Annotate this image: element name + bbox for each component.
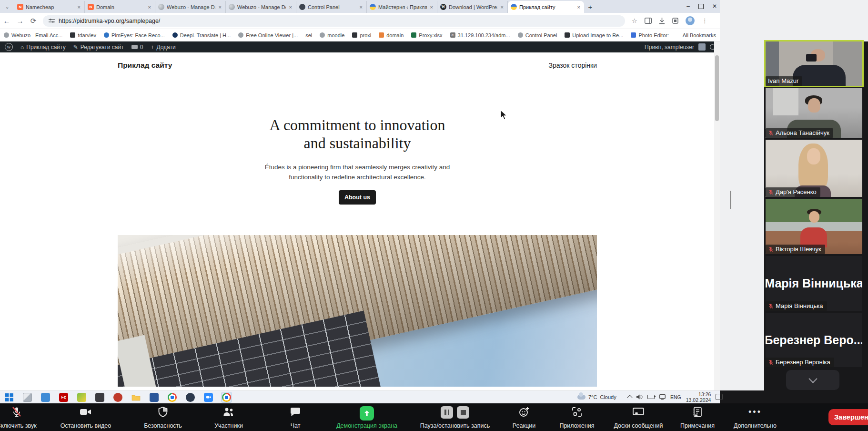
about-us-button[interactable]: About us [339, 190, 376, 205]
bookmark-item[interactable]: PimEyes: Face Reco... [104, 32, 165, 38]
tab-close-icon[interactable]: × [147, 4, 152, 10]
tab-close-icon[interactable]: × [429, 4, 434, 10]
tab-close-icon[interactable]: × [500, 4, 505, 10]
language-indicator[interactable]: ENG [670, 394, 681, 400]
bookmark-item[interactable]: proxi [352, 32, 371, 38]
minimize-button[interactable]: – [686, 3, 690, 10]
tab-close-icon[interactable]: × [576, 4, 581, 10]
panel-collapse-button[interactable] [786, 370, 839, 390]
wp-user-avatar[interactable] [698, 43, 706, 51]
security-button[interactable]: Безопасность [129, 406, 197, 429]
bookmark-item[interactable]: Photo Editor: [631, 32, 669, 38]
extensions-icon[interactable] [672, 18, 678, 24]
bookmark-item[interactable]: DeepL Translate | H... [172, 32, 231, 38]
maximize-button[interactable] [698, 4, 704, 9]
task-view-icon[interactable] [22, 392, 33, 403]
tab-close-icon[interactable]: × [288, 4, 293, 10]
chrome-icon[interactable] [167, 392, 178, 403]
panel-resize-handle[interactable] [730, 191, 731, 209]
tab-sample-site-active[interactable]: Приклад сайту × [508, 1, 584, 13]
media-app-icon[interactable] [185, 392, 196, 403]
berry-app-icon[interactable] [112, 392, 123, 403]
url-text[interactable]: https://pidtrumka-vpo.org/samplepage/ [59, 18, 160, 24]
close-button[interactable]: ✕ [712, 3, 717, 10]
forward-icon[interactable]: → [13, 17, 27, 25]
notifications-icon[interactable] [716, 394, 723, 400]
nav-link-sample-page[interactable]: Зразок сторінки [548, 62, 597, 69]
bookmark-item[interactable]: Webuzo - Email Acc... [4, 32, 62, 38]
wp-user-greeting[interactable]: Привіт, sampleuser [645, 44, 694, 51]
participant-tile-ivan[interactable]: Ivan Mazur [766, 41, 862, 86]
bookmark-item[interactable]: moodle [320, 32, 344, 38]
wp-logo-menu[interactable]: W [5, 43, 13, 51]
volume-icon[interactable] [636, 394, 643, 400]
taskbar-clock[interactable]: 13:26 13.02.2024 [686, 391, 711, 403]
tab-maisternia[interactable]: Майстерня ‹ Приклад са × [367, 1, 437, 13]
apps-button[interactable]: Приложения [547, 406, 607, 429]
new-tab-button[interactable]: + [584, 1, 596, 13]
tab-close-icon[interactable]: × [218, 4, 222, 10]
wp-edit-site[interactable]: ✎Редагувати сайт [73, 44, 124, 51]
stop-video-button[interactable]: Остановить видео [48, 406, 124, 429]
bookmark-item[interactable]: domain [379, 32, 404, 38]
tray-chevron-icon[interactable] [627, 395, 632, 400]
zoom-app-icon[interactable] [203, 392, 214, 403]
battery-icon[interactable] [647, 395, 655, 399]
page-scrollbar-thumb[interactable] [715, 55, 719, 121]
bookmark-item[interactable]: Free Online Viewer |... [238, 32, 298, 38]
office-app-icon[interactable] [149, 392, 160, 403]
bookmark-item[interactable]: K31.129.100.234/adm... [450, 32, 510, 38]
tab-domain[interactable]: N Domain × [85, 1, 155, 13]
whiteboards-button[interactable]: Доски сообщений [606, 406, 671, 429]
wp-site-menu[interactable]: ⌂Приклад сайту [20, 44, 66, 51]
bookmark-item[interactable]: sel [305, 32, 312, 38]
participants-button[interactable]: Участники [193, 406, 264, 429]
pause-recording-icon[interactable] [441, 406, 453, 419]
all-bookmarks-button[interactable]: All Bookmarks [683, 32, 716, 38]
tab-control-panel[interactable]: Control Panel × [296, 1, 367, 13]
tab-wordpress-download[interactable]: W Download | WordPress.o × [437, 1, 508, 13]
start-button[interactable] [4, 392, 15, 403]
chat-button[interactable]: Чат [274, 406, 317, 429]
photos-app-icon[interactable] [76, 392, 87, 403]
wp-comments[interactable]: 0 [131, 44, 143, 51]
reload-icon[interactable]: ⟳ [27, 17, 40, 25]
taskbar-weather[interactable]: 7°C Cloudy [577, 390, 616, 403]
filezilla-icon[interactable]: Fz [58, 392, 69, 403]
bookmark-item[interactable]: Upload Image to Re... [565, 32, 623, 38]
bookmark-item[interactable]: Proxy.xlsx [411, 32, 442, 38]
participant-tile-daria[interactable]: Дар'я Расенко [766, 140, 862, 197]
tab-namecheap[interactable]: N Namecheap × [14, 1, 85, 13]
side-panel-icon[interactable] [645, 18, 652, 24]
site-title-link[interactable]: Приклад сайту [118, 61, 172, 70]
wp-new-content[interactable]: +Додати [151, 44, 175, 51]
tab-close-icon[interactable]: × [77, 4, 81, 10]
chrome-menu-icon[interactable]: ⋮ [702, 17, 708, 24]
record-controls[interactable]: Пауза/остановить запись [410, 406, 500, 429]
network-icon[interactable] [659, 394, 666, 400]
share-screen-button[interactable]: Демонстрация экрана [329, 406, 405, 429]
stop-recording-icon[interactable] [457, 406, 469, 419]
site-settings-icon[interactable] [49, 18, 55, 23]
bookmark-item[interactable]: tdarviev [70, 32, 96, 38]
tab-webuzo-databases[interactable]: Webuzo - Manage Datab × [155, 1, 226, 13]
participant-tile-alona[interactable]: Альона Танасійчук [766, 88, 862, 138]
tab-search-chevron-icon[interactable]: ⌄ [0, 0, 14, 13]
bookmark-item[interactable]: Control Panel [518, 32, 557, 38]
reactions-button[interactable]: Реакции [495, 406, 553, 429]
more-button[interactable]: ••• Дополнительно [729, 406, 781, 429]
download-icon[interactable] [659, 18, 665, 24]
editor-app-icon[interactable] [94, 392, 105, 403]
tab-webuzo-domains[interactable]: Webuzo - Manage Doma × [226, 1, 296, 13]
tab-close-icon[interactable]: × [359, 4, 363, 10]
back-icon[interactable]: ← [0, 17, 13, 25]
participant-tile-berezner[interactable]: Березнер Веро... Березнер Вероніка [766, 313, 862, 367]
address-bar[interactable]: https://pidtrumka-vpo.org/samplepage/ [43, 15, 625, 27]
profile-avatar[interactable] [686, 16, 695, 25]
participant-tile-viktoria[interactable]: Вікторія Шевчук [766, 199, 862, 254]
file-explorer-icon[interactable] [131, 392, 141, 403]
participant-tile-maria[interactable]: Марія Вінницька Марія Вінницька [766, 256, 862, 311]
bookmark-star-icon[interactable]: ☆ [632, 17, 637, 24]
system-app-icon[interactable] [40, 392, 51, 403]
chrome-active-icon[interactable] [221, 392, 232, 403]
